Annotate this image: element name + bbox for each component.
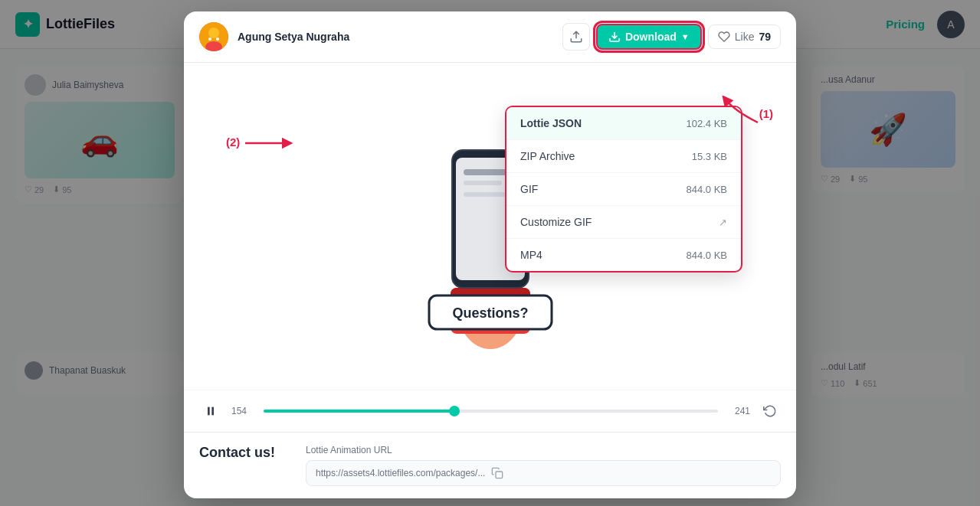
dropdown-item-2[interactable]: GIF844.0 KB <box>506 173 741 206</box>
svg-rect-12 <box>464 181 502 185</box>
frame-end: 241 <box>727 406 750 416</box>
url-section: Lottie Animation URL https://assets4.lot… <box>306 445 781 486</box>
modal-user-name: Agung Setya Nugraha <box>238 31 553 43</box>
url-label: Lottie Animation URL <box>306 445 781 455</box>
svg-point-3 <box>208 38 211 41</box>
svg-text:Questions?: Questions? <box>452 305 528 321</box>
svg-point-4 <box>216 38 219 41</box>
dropdown-item-label-2: GIF <box>520 183 538 195</box>
progress-thumb[interactable] <box>449 406 460 416</box>
dropdown-item-label-4: MP4 <box>520 249 542 261</box>
like-count: 79 <box>759 31 771 43</box>
dropdown-item-3[interactable]: Customize GIF↗ <box>506 206 741 239</box>
pause-button[interactable] <box>199 400 222 423</box>
like-label: Like <box>735 31 755 43</box>
download-button[interactable]: Download ▼ <box>596 24 702 50</box>
modal-body: Questions? 154 241 <box>184 63 796 498</box>
download-dropdown: Lottie JSON102.4 KBZIP Archive15.3 KBGIF… <box>505 106 742 273</box>
frame-start: 154 <box>231 406 254 416</box>
progress-bar[interactable] <box>264 410 718 413</box>
upload-button[interactable] <box>562 23 590 51</box>
dropdown-item-label-1: ZIP Archive <box>520 150 575 162</box>
url-input-row[interactable]: https://assets4.lottiefiles.com/packages… <box>306 460 781 486</box>
svg-rect-17 <box>211 407 214 416</box>
url-value: https://assets4.lottiefiles.com/packages… <box>316 468 485 478</box>
dropdown-item-0[interactable]: Lottie JSON102.4 KB <box>506 107 741 140</box>
modal-bottom: Contact us! Lottie Animation URL https:/… <box>184 432 796 498</box>
dropdown-item-size-2: 844.0 KB <box>687 184 728 195</box>
dropdown-item-size-1: 15.3 KB <box>692 151 727 162</box>
dropdown-item-size-4: 844.0 KB <box>687 250 728 261</box>
svg-rect-18 <box>496 472 503 478</box>
dropdown-item-ext-icon-3: ↗ <box>719 217 727 228</box>
dropdown-item-size-0: 102.4 KB <box>687 118 728 129</box>
dropdown-item-label-0: Lottie JSON <box>520 117 582 129</box>
copy-icon[interactable] <box>491 467 503 479</box>
dropdown-item-4[interactable]: MP4844.0 KB <box>506 239 741 271</box>
loop-button[interactable] <box>759 400 781 422</box>
contact-title: Contact us! <box>199 445 275 461</box>
download-caret-icon: ▼ <box>681 32 690 41</box>
player-controls: 154 241 <box>184 390 796 432</box>
svg-point-1 <box>208 28 219 38</box>
progress-fill <box>264 410 454 413</box>
contact-section: Contact us! <box>199 445 275 486</box>
modal-user-avatar <box>199 22 228 51</box>
download-button-label: Download <box>625 31 677 43</box>
modal-actions: Download ▼ Like 79 <box>562 23 781 51</box>
like-button[interactable]: Like 79 <box>708 24 781 49</box>
svg-rect-16 <box>208 407 210 416</box>
dropdown-item-1[interactable]: ZIP Archive15.3 KB <box>506 140 741 173</box>
dropdown-item-label-3: Customize GIF <box>520 216 592 228</box>
modal: Agung Setya Nugraha Download ▼ Like 79 <box>184 11 796 498</box>
modal-header: Agung Setya Nugraha Download ▼ Like 79 <box>184 11 796 63</box>
